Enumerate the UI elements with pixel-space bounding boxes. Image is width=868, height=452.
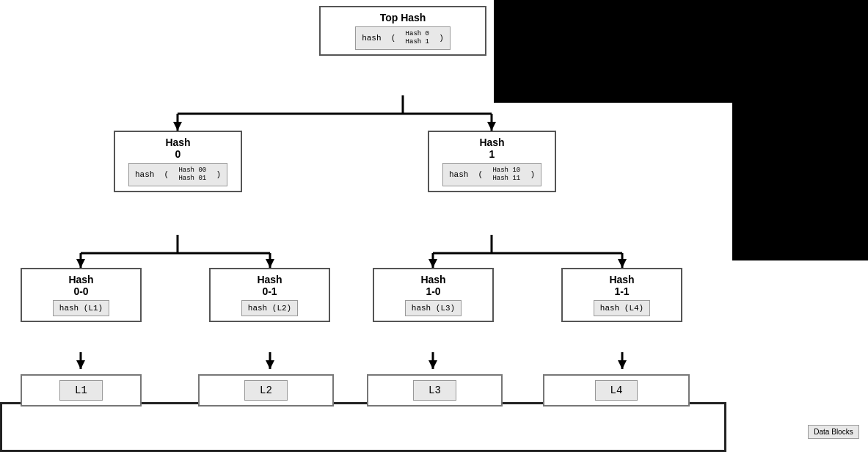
leaf-l1: L1 [21, 374, 142, 407]
h0-formula-h00: Hash 00 [178, 167, 206, 175]
hash10-title: Hash1-0 [380, 274, 486, 297]
hash00-node: Hash0-0 hash (L1) [21, 268, 142, 322]
svg-marker-28 [618, 360, 627, 369]
black-rect-mid-right [732, 103, 868, 260]
leaf-l3-label: L3 [413, 380, 456, 401]
svg-marker-26 [428, 360, 437, 369]
svg-marker-13 [266, 259, 274, 268]
leaf-l4: L4 [543, 374, 690, 407]
svg-marker-17 [428, 259, 437, 268]
svg-marker-6 [487, 122, 496, 131]
hash10-formula: hash (L3) [405, 300, 462, 316]
hash0-title: Hash0 [121, 136, 235, 160]
top-hash-formula: hash ( Hash 0 Hash 1 ) [355, 26, 451, 50]
svg-marker-20 [618, 259, 627, 268]
hash00-title: Hash0-0 [28, 274, 134, 297]
top-hash-node: Top Hash hash ( Hash 0 Hash 1 ) [319, 6, 486, 56]
hash01-formula: hash (L2) [241, 300, 298, 316]
hash1-node: Hash1 hash ( Hash 10 Hash 11 ) [428, 131, 556, 192]
hash10-node: Hash1-0 hash (L3) [373, 268, 494, 322]
h1-formula-h11: Hash 11 [492, 175, 520, 183]
hash1-title: Hash1 [435, 136, 549, 160]
hash11-node: Hash1-1 hash (L4) [561, 268, 682, 322]
leaf-l3: L3 [367, 374, 503, 407]
hash0-node: Hash0 hash ( Hash 00 Hash 01 ) [114, 131, 242, 192]
hash1-formula: hash ( Hash 10 Hash 11 ) [442, 163, 541, 186]
top-formula-h0: Hash 0 [406, 30, 429, 38]
hash01-node: Hash0-1 hash (L2) [209, 268, 330, 322]
top-formula-h1: Hash 1 [406, 38, 429, 46]
hash11-title: Hash1-1 [569, 274, 675, 297]
hash01-title: Hash0-1 [216, 274, 323, 297]
top-hash-title: Top Hash [327, 12, 479, 23]
h0-formula-h01: Hash 01 [178, 175, 206, 183]
svg-marker-22 [76, 360, 85, 369]
hash11-formula: hash (L4) [594, 300, 650, 316]
diagram-area: Top Hash hash ( Hash 0 Hash 1 ) Hash0 ha… [0, 0, 868, 452]
svg-marker-3 [173, 122, 182, 131]
leaf-l4-label: L4 [595, 380, 638, 401]
leaf-l1-label: L1 [59, 380, 103, 401]
h1-formula-h10: Hash 10 [492, 167, 520, 175]
data-blocks-label: Data Blocks [808, 425, 859, 439]
leaf-l2: L2 [198, 374, 334, 407]
hash0-formula: hash ( Hash 00 Hash 01 ) [128, 163, 227, 186]
svg-marker-10 [76, 259, 85, 268]
leaf-l2-label: L2 [244, 380, 288, 401]
black-rect-top-right [494, 0, 868, 103]
data-blocks-bar [0, 402, 726, 452]
hash00-formula: hash (L1) [53, 300, 109, 316]
svg-marker-24 [266, 360, 274, 369]
